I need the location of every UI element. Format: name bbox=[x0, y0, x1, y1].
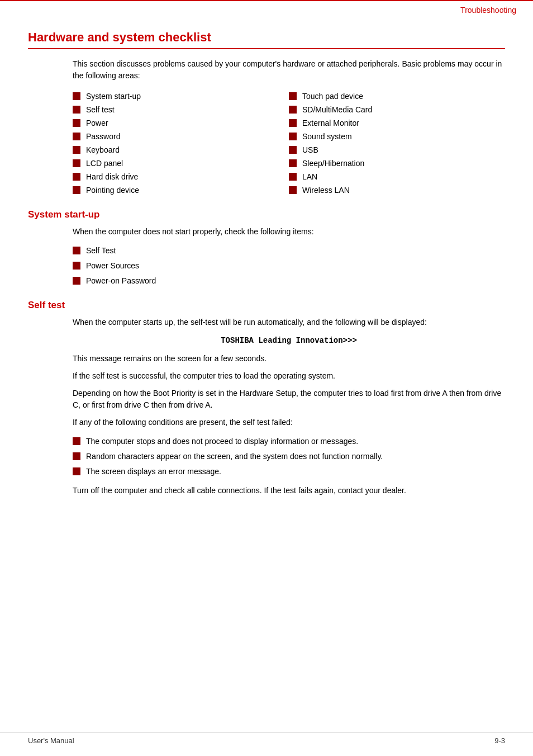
bullet-icon bbox=[73, 186, 80, 194]
checklist-item-label: SD/MultiMedia Card bbox=[302, 105, 372, 114]
selftest-para4: If any of the following conditions are p… bbox=[73, 417, 505, 428]
checklist-item-label: LAN bbox=[302, 172, 317, 181]
checklist-item-label: LCD panel bbox=[86, 159, 123, 168]
footer-bar: User's Manual 9-3 bbox=[0, 733, 533, 745]
section-heading-startup: System start-up bbox=[28, 209, 505, 220]
list-item-label: The screen displays an error message. bbox=[86, 466, 221, 478]
bullet-icon bbox=[289, 106, 297, 114]
list-item: Power-on Password bbox=[73, 273, 505, 289]
checklist-item-label: Sound system bbox=[302, 132, 352, 141]
checklist-item-label: Power bbox=[86, 119, 108, 127]
bullet-icon bbox=[73, 437, 80, 445]
bullet-icon bbox=[289, 173, 297, 181]
bullet-icon bbox=[73, 106, 80, 114]
page-heading: Hardware and system checklist bbox=[28, 30, 505, 49]
bullet-icon bbox=[73, 92, 80, 100]
checklist-item: System start-up bbox=[73, 91, 289, 102]
checklist-item: Pointing device bbox=[73, 185, 289, 196]
bullet-icon bbox=[289, 92, 297, 100]
checklist-item-label: Hard disk drive bbox=[86, 172, 138, 181]
startup-list: Self TestPower SourcesPower-on Password bbox=[73, 243, 505, 289]
bullet-icon bbox=[73, 467, 80, 475]
checklist-item-label: Password bbox=[86, 132, 120, 141]
checklist-item-label: Self test bbox=[86, 105, 115, 114]
startup-intro: When the computer does not start properl… bbox=[73, 226, 505, 238]
bullet-icon bbox=[73, 452, 80, 460]
list-item-label: Random characters appear on the screen, … bbox=[86, 451, 383, 462]
list-item: The computer stops and does not proceed … bbox=[73, 434, 505, 449]
list-item-label: The computer stops and does not proceed … bbox=[86, 436, 358, 447]
header-title: Troubleshooting bbox=[460, 6, 516, 15]
selftest-failure-list: The computer stops and does not proceed … bbox=[73, 434, 505, 479]
checklist-item: Self test bbox=[73, 104, 289, 115]
header-bar: Troubleshooting bbox=[0, 0, 533, 19]
list-item: Random characters appear on the screen, … bbox=[73, 449, 505, 464]
selftest-para1: This message remains on the screen for a… bbox=[73, 353, 505, 365]
selftest-para5: Turn off the computer and check all cabl… bbox=[73, 485, 505, 497]
section-content-selftest: When the computer starts up, the self-te… bbox=[73, 316, 505, 497]
footer-right: 9-3 bbox=[494, 736, 505, 745]
bullet-icon bbox=[73, 159, 80, 167]
checklist-item-label: External Monitor bbox=[302, 119, 359, 127]
checklist-item-label: Pointing device bbox=[86, 186, 139, 195]
checklist-item: SD/MultiMedia Card bbox=[289, 104, 505, 115]
list-item: Self Test bbox=[73, 243, 505, 258]
bullet-icon bbox=[73, 247, 80, 254]
checklist-item: LCD panel bbox=[73, 158, 289, 169]
bullet-icon bbox=[73, 133, 80, 140]
checklist-item: Hard disk drive bbox=[73, 171, 289, 182]
intro-text: This section discusses problems caused b… bbox=[73, 58, 505, 82]
checklist-item: External Monitor bbox=[289, 117, 505, 129]
bullet-icon bbox=[73, 146, 80, 154]
checklist-col-left: System start-upSelf testPowerPasswordKey… bbox=[73, 91, 289, 196]
checklist-item-label: Touch pad device bbox=[302, 92, 363, 101]
checklist-item-label: Sleep/Hibernation bbox=[302, 159, 364, 168]
selftest-para2: If the self test is successful, the comp… bbox=[73, 370, 505, 382]
checklist-item: Wireless LAN bbox=[289, 185, 505, 196]
bullet-icon bbox=[73, 277, 80, 285]
checklist-item-label: Keyboard bbox=[86, 145, 120, 154]
checklist-item-label: USB bbox=[302, 145, 318, 154]
checklist-item-label: Wireless LAN bbox=[302, 186, 350, 195]
page-container: Troubleshooting Hardware and system chec… bbox=[0, 0, 533, 756]
bullet-icon bbox=[289, 146, 297, 154]
checklist-item: Sound system bbox=[289, 131, 505, 142]
bullet-icon bbox=[73, 173, 80, 181]
section-heading-selftest: Self test bbox=[28, 300, 505, 311]
bullet-icon bbox=[289, 119, 297, 127]
content-area: Hardware and system checklist This secti… bbox=[0, 25, 533, 525]
checklist-item: Password bbox=[73, 131, 289, 142]
bullet-icon bbox=[73, 119, 80, 127]
checklist-grid: System start-upSelf testPowerPasswordKey… bbox=[73, 91, 505, 196]
bullet-icon bbox=[289, 133, 297, 140]
bullet-icon bbox=[289, 159, 297, 167]
bullet-icon bbox=[73, 262, 80, 270]
list-item: Power Sources bbox=[73, 258, 505, 273]
selftest-para3: Depending on how the Boot Priority is se… bbox=[73, 388, 505, 411]
checklist-item: USB bbox=[289, 144, 505, 155]
bullet-icon bbox=[289, 186, 297, 194]
checklist-item: Keyboard bbox=[73, 144, 289, 155]
checklist-item: LAN bbox=[289, 171, 505, 182]
selftest-intro: When the computer starts up, the self-te… bbox=[73, 316, 505, 328]
section-content-startup: When the computer does not start properl… bbox=[73, 226, 505, 289]
checklist-item-label: System start-up bbox=[86, 92, 141, 101]
checklist-col-right: Touch pad deviceSD/MultiMedia CardExtern… bbox=[289, 91, 505, 196]
list-item-label: Power Sources bbox=[86, 260, 139, 272]
selftest-code: TOSHIBA Leading Innovation>>> bbox=[73, 336, 505, 345]
list-item-label: Power-on Password bbox=[86, 275, 156, 287]
footer-left: User's Manual bbox=[28, 736, 74, 745]
checklist-item: Touch pad device bbox=[289, 91, 505, 102]
list-item-label: Self Test bbox=[86, 245, 116, 257]
list-item: The screen displays an error message. bbox=[73, 464, 505, 479]
checklist-item: Sleep/Hibernation bbox=[289, 158, 505, 169]
checklist-item: Power bbox=[73, 117, 289, 129]
